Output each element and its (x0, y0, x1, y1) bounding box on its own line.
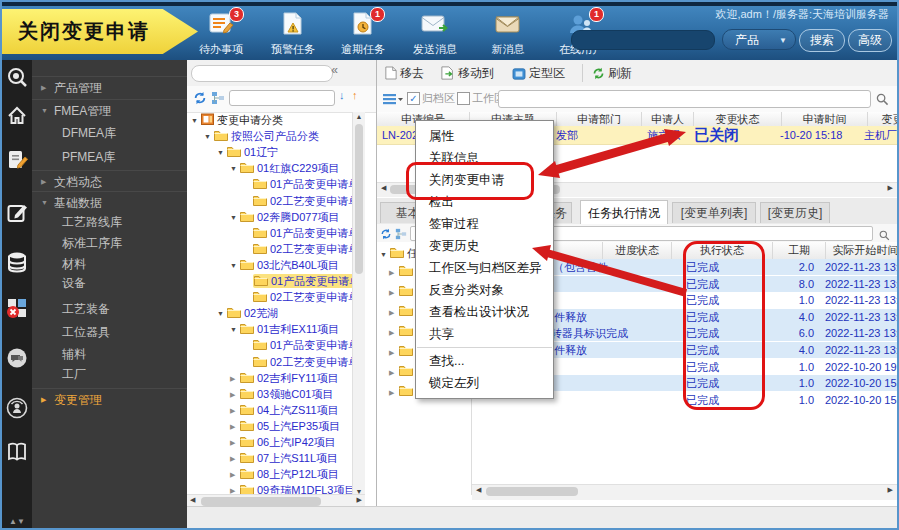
task-tree-node[interactable]: ▶ (389, 284, 413, 300)
find-next-icon[interactable]: ↓ (339, 89, 345, 101)
chevron-down-icon[interactable]: ▼ (230, 161, 240, 177)
request-search-input[interactable] (498, 90, 871, 108)
sidebar-item-DFMEA库[interactable]: DFMEA库 (32, 122, 187, 144)
home-icon[interactable] (6, 105, 28, 127)
sidebar-item-工厂[interactable]: 工厂 (32, 363, 187, 385)
tree-node-01产品变更申请单[interactable]: 01产品变更申请单 (243, 176, 359, 192)
workspace-checkbox[interactable] (457, 92, 470, 105)
chevron-right-icon[interactable]: ▶ (389, 305, 399, 320)
chevron-right-icon[interactable]: ▶ (389, 365, 399, 380)
top-toolbar-item-1[interactable]: 3待办事项 (192, 12, 250, 57)
menu-item-锁定左列[interactable]: 锁定左列 (416, 372, 553, 394)
scroll-left-icon[interactable]: ◀ (190, 496, 195, 504)
menu-item-查找...[interactable]: 查找... (416, 350, 553, 372)
column-header-申请人[interactable]: 申请人 (642, 112, 694, 126)
tab-[变更单列表][interactable]: [变更单列表] (672, 202, 756, 223)
scroll-right-icon[interactable]: ▶ (888, 486, 893, 494)
sidebar-item-工艺装备[interactable]: 工艺装备 (32, 298, 187, 320)
move-to-button[interactable]: 移动到 (441, 63, 494, 83)
menu-item-签审过程[interactable]: 签审过程 (416, 213, 553, 235)
chevron-right-icon[interactable]: ▶ (389, 345, 399, 360)
sidebar-item-辅料[interactable]: 辅料 (32, 343, 187, 365)
chevron-right-icon[interactable]: ▶ (230, 435, 240, 451)
sidebar-item-设备[interactable]: 设备 (32, 272, 187, 294)
top-toolbar-item-5[interactable]: 新消息 (479, 12, 537, 57)
task-tree-node[interactable]: ▶ (389, 384, 413, 400)
chevron-down-icon[interactable]: ▼ (230, 210, 240, 226)
task-table-hscrollbar[interactable]: ◀ ▶ (472, 484, 897, 500)
tree-node-02奔腾D077项目[interactable]: ▼02奔腾D077项目 (230, 209, 340, 225)
chevron-right-icon[interactable]: ▶ (230, 419, 240, 435)
menu-item-关联信息[interactable]: 关联信息 (416, 147, 553, 169)
broadcast-icon[interactable] (6, 397, 28, 419)
chevron-right-icon[interactable]: ▶ (230, 467, 240, 483)
chevron-down-icon[interactable]: ▼ (217, 145, 227, 161)
app-cancel-icon[interactable] (6, 297, 28, 319)
column-header-申请时间[interactable]: 申请时间 (782, 112, 868, 126)
tree-node-03领驰C01项目[interactable]: ▶03领驰C01项目 (230, 386, 333, 402)
tree-quick-bar[interactable] (191, 65, 333, 82)
task-tree-node[interactable]: ▶ (389, 364, 413, 380)
chevron-down-icon[interactable]: ▼ (191, 113, 201, 129)
chevron-right-icon[interactable]: ▶ (389, 265, 399, 280)
tree-node-07上汽S11L项目[interactable]: ▶07上汽S11L项目 (230, 450, 338, 466)
column-header-实际开始时间[interactable]: 实际开始时间 (826, 242, 899, 259)
sidebar-item-工位器具[interactable]: 工位器具 (32, 321, 187, 343)
menu-item-属性[interactable]: 属性 (416, 125, 553, 147)
tree-node-02工艺变更申请单[interactable]: 02工艺变更申请单 (243, 289, 359, 305)
tree-node-04上汽ZS11项目[interactable]: ▶04上汽ZS11项目 (230, 402, 339, 418)
tree-node-02工艺变更申请单[interactable]: 02工艺变更申请单 (243, 354, 359, 370)
menu-item-查看检出设计状况[interactable]: 查看检出设计状况 (416, 301, 553, 323)
refresh-button[interactable]: 刷新 (592, 63, 632, 83)
chevron-right-icon[interactable]: ▶ (230, 403, 240, 419)
handbook-icon[interactable] (6, 441, 28, 463)
task-tree-node[interactable]: ▶ (389, 344, 413, 360)
top-toolbar-item-4[interactable]: 发送消息 (406, 12, 464, 57)
chevron-right-icon[interactable]: ▶ (230, 387, 240, 403)
tree-node-01红旗C229项目[interactable]: ▼01红旗C229项目 (230, 160, 340, 176)
sidebar-item-FMEA管理[interactable]: ▼FMEA管理 (32, 99, 187, 122)
database-icon[interactable] (6, 251, 28, 273)
tree-node-02工艺变更申请单[interactable]: 02工艺变更申请单 (243, 241, 359, 257)
tree-node-02芜湖[interactable]: ▼02芜湖 (217, 305, 278, 321)
chevron-down-icon[interactable]: ▼ (230, 258, 240, 274)
tree-node-01产品变更申请单[interactable]: 01产品变更申请单 (243, 273, 364, 289)
fixed-area-button[interactable]: 定型区 (512, 63, 565, 83)
tree-node-变更申请分类[interactable]: ▼变更申请分类 (191, 112, 283, 128)
tree-vertical-scrollbar[interactable]: ▲ ▼ (352, 112, 365, 496)
advanced-search-button[interactable]: 高级 (848, 29, 892, 52)
search-category-dropdown[interactable]: 产品 ▼ (722, 29, 796, 50)
sidebar-item-变更管理[interactable]: ▶变更管理 (32, 388, 187, 411)
report-edit-icon[interactable] (6, 149, 28, 171)
top-toolbar-item-2[interactable]: 预警任务 (264, 12, 322, 57)
tree-node-08上汽P12L项目[interactable]: ▶08上汽P12L项目 (230, 466, 339, 482)
chevron-right-icon[interactable]: ▶ (389, 285, 399, 300)
tree-node-按照公司产品分类[interactable]: ▼按照公司产品分类 (204, 128, 319, 144)
menu-item-变更历史[interactable]: 变更历史 (416, 235, 553, 257)
column-header-申请部门[interactable]: 申请部门 (557, 112, 642, 126)
chevron-down-icon[interactable]: ▼ (380, 247, 390, 262)
refresh-icon[interactable] (193, 91, 207, 109)
chevron-down-icon[interactable]: ▼ (217, 306, 227, 322)
column-header-进度状态[interactable]: 进度状态 (603, 242, 672, 259)
scroll-right-icon[interactable]: ▶ (357, 496, 362, 504)
global-search-input[interactable] (571, 30, 715, 50)
chevron-right-icon[interactable]: ▶ (389, 325, 399, 340)
tree-filter-input[interactable] (229, 90, 335, 106)
menu-item-反查分类对象[interactable]: 反查分类对象 (416, 279, 553, 301)
chevron-down-icon[interactable]: ▼ (204, 129, 214, 145)
tree-node-01辽宁[interactable]: ▼01辽宁 (217, 144, 278, 160)
search-icon[interactable] (876, 92, 889, 110)
tab-任务执行情况[interactable]: 任务执行情况 (580, 200, 668, 224)
tree-node-06上汽IP42项目[interactable]: ▶06上汽IP42项目 (230, 434, 336, 450)
task-tree-node[interactable]: ▶ (389, 324, 413, 340)
sidebar-item-PFMEA库[interactable]: PFMEA库 (32, 146, 187, 168)
menu-item-检出[interactable]: 检出 (416, 191, 553, 213)
view-list-icon[interactable] (383, 92, 403, 110)
remove-button[interactable]: 移去 (385, 63, 424, 83)
tree-node-03北汽B40L项目[interactable]: ▼03北汽B40L项目 (230, 257, 339, 273)
chat-icon[interactable] (6, 347, 28, 369)
tree-node-02工艺变更申请单[interactable]: 02工艺变更申请单 (243, 193, 359, 209)
tab-[变更历史][interactable]: [变更历史] (760, 202, 830, 223)
tree-node-01产品变更申请单[interactable]: 01产品变更申请单 (243, 225, 359, 241)
